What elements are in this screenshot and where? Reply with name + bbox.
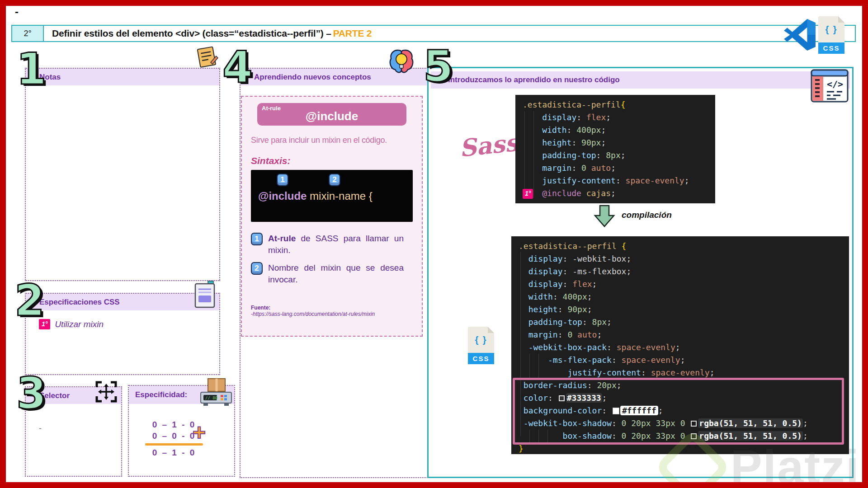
item-badge-1: 1 bbox=[251, 233, 263, 245]
section-especificaciones: Especificaciones CSS bbox=[25, 293, 220, 375]
scale-box-icon: // 80 bbox=[198, 378, 234, 409]
css-file-label: CSS bbox=[818, 42, 844, 54]
braces-glyph: { } bbox=[475, 335, 487, 345]
css-file-label: CSS bbox=[468, 353, 494, 364]
header-title-text: Definir estilos del elemento <div> (clas… bbox=[52, 28, 331, 39]
section-conceptos-title: Aprendiendo nuevos conceptos bbox=[254, 73, 371, 82]
syntax-rest: mixin-name { bbox=[307, 190, 372, 202]
braces-glyph: { } bbox=[825, 24, 837, 35]
notebook-icon bbox=[193, 280, 217, 311]
header-title: Definir estilos del elemento <div> (clas… bbox=[44, 26, 855, 41]
concept-name: @include bbox=[257, 109, 406, 123]
source-block: Fuente: -https://sass-lang.com/documenta… bbox=[251, 305, 413, 317]
section-number-3: 3 bbox=[16, 373, 47, 414]
concept-card-header: At-rule @include bbox=[257, 103, 406, 126]
header-title-highlight: PARTE 2 bbox=[333, 28, 372, 39]
vscode-icon bbox=[783, 18, 816, 53]
header-number-badge: 2° bbox=[12, 26, 44, 41]
item-text: At-rule de SASS para llamar un mixin. bbox=[268, 233, 404, 256]
syntax-badge-2: 2 bbox=[329, 174, 340, 186]
syntax-code-box: 1 2 @include mixin-name { bbox=[251, 170, 413, 222]
sass-logo: Sass bbox=[458, 128, 519, 162]
sass-code-block: .estadistica--perfil{ display: flex; wid… bbox=[515, 95, 715, 203]
especificidad-row: 0 – 1 - 0 bbox=[136, 448, 212, 458]
css-file-braces-area: { } bbox=[818, 16, 844, 42]
concept-item-list: 1 At-rule de SASS para llamar un mixin. … bbox=[251, 233, 413, 286]
section-especificaciones-header: Especificaciones CSS bbox=[26, 294, 219, 310]
sass-code-lines: .estadistica--perfil{ display: flex; wid… bbox=[515, 95, 715, 203]
header-bar: 2° Definir estilos del elemento <div> (c… bbox=[11, 25, 856, 42]
brain-bulb-icon bbox=[388, 47, 415, 77]
svg-text:// 80: // 80 bbox=[205, 396, 217, 400]
svg-text:</>: </> bbox=[827, 79, 843, 89]
section-codigo: Introduzcamos lo aprendido en nuestro có… bbox=[427, 67, 854, 478]
selector-content: - bbox=[39, 424, 42, 433]
item-rest: Nombre del mixin que se desea invocar. bbox=[268, 263, 404, 284]
sticky-note-icon bbox=[195, 44, 219, 72]
item-badge-2: 2 bbox=[251, 262, 263, 275]
item-text: Nombre del mixin que se desea invocar. bbox=[268, 262, 404, 285]
section-number-1: 1 bbox=[16, 49, 47, 90]
css-code-block: .estadistica--perfil { display: -webkit-… bbox=[511, 236, 849, 454]
section-notas-header: Notas bbox=[26, 69, 219, 85]
especificaciones-item-text: Utilizar mixin bbox=[55, 319, 104, 329]
section-number-2: 2 bbox=[14, 280, 45, 321]
especificaciones-item: 1° Utilizar mixin bbox=[39, 319, 104, 329]
compile-arrow-icon bbox=[594, 205, 615, 229]
css-code-lines: .estadistica--perfil { display: -webkit-… bbox=[511, 236, 849, 459]
list-item: 1 At-rule de SASS para llamar un mixin. bbox=[251, 233, 413, 256]
list-item: 2 Nombre del mixin que se desea invocar. bbox=[251, 262, 413, 285]
syntax-keyword: @include bbox=[258, 190, 307, 202]
source-label: Fuente: bbox=[251, 305, 413, 311]
source-url-link[interactable]: -https://sass-lang.com/documentation/at-… bbox=[251, 311, 413, 317]
concept-card: At-rule @include Sirve para incluir un m… bbox=[241, 96, 423, 337]
section-codigo-title: Introduzcamos lo aprendido en nuestro có… bbox=[448, 75, 620, 84]
item-bold: At-rule bbox=[268, 234, 296, 243]
section-number-4: 4 bbox=[222, 47, 253, 88]
syntax-badge-1: 1 bbox=[277, 174, 288, 186]
notes-page: - 2° Definir estilos del elemento <div> … bbox=[0, 0, 868, 488]
syntax-code-line: @include mixin-name { bbox=[258, 190, 373, 202]
css-file-braces-area: { } bbox=[468, 327, 494, 353]
section-notas: Notas bbox=[25, 68, 220, 281]
css-file-icon: { } CSS bbox=[818, 16, 844, 54]
move-selector-icon bbox=[94, 380, 118, 406]
code-editor-icon: </> bbox=[811, 69, 849, 104]
section-number-5: 5 bbox=[423, 46, 453, 87]
section-especificidad-title: Especificidad: bbox=[135, 390, 187, 399]
plus-sign: + bbox=[193, 419, 206, 446]
compile-label: compilación bbox=[622, 210, 672, 220]
section-especificaciones-title: Especificaciones CSS bbox=[39, 298, 120, 307]
corner-dash: - bbox=[15, 5, 19, 18]
css-file-icon: { } CSS bbox=[468, 327, 494, 364]
section-codigo-header: Introduzcamos lo aprendido en nuestro có… bbox=[431, 71, 850, 89]
syntax-label: Sintaxis: bbox=[251, 155, 413, 166]
concept-description: Sirve para incluir un mixin en el código… bbox=[251, 134, 413, 146]
